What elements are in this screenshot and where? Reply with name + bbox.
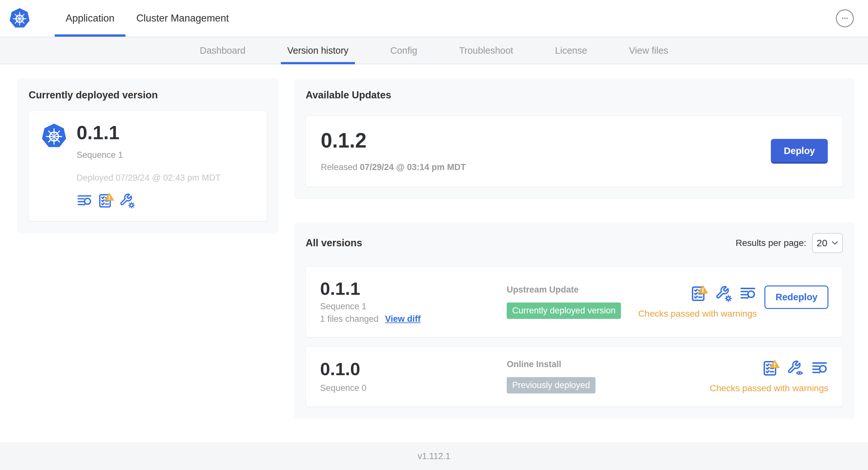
header-tabs: Application Cluster Management: [55, 0, 240, 37]
main-content: Currently deployed version 0.1.1 Sequenc…: [0, 64, 868, 442]
tab-dashboard-label: Dashboard: [200, 45, 245, 56]
results-per-page: Results per page: 20: [736, 233, 843, 253]
deployed-prefix: Deployed: [76, 173, 113, 182]
all-versions-card: All versions Results per page: 20 0.1.1 …: [294, 222, 855, 419]
deployed-time: 07/29/24 @ 02:43 pm MDT: [116, 173, 221, 182]
update-released-line: Released 07/29/24 @ 03:14 pm MDT: [321, 162, 466, 172]
preflight-checks-warning-icon[interactable]: [762, 360, 779, 377]
deployed-version-number: 0.1.1: [76, 123, 221, 142]
kubernetes-logo-icon: [9, 8, 30, 29]
version-info: 0.1.0 Sequence 0: [320, 360, 507, 393]
icons-and-status: Checks passed with warnings: [638, 285, 757, 319]
version-actions: Checks passed with warnings Redeploy: [638, 285, 829, 319]
preflight-checks-warning-icon[interactable]: [98, 193, 114, 209]
version-source-col: Online Install Previously deployed: [507, 360, 710, 394]
update-info: 0.1.2 Released 07/29/24 @ 03:14 pm MDT: [321, 130, 466, 172]
deployed-timestamp: Deployed 07/29/24 @ 02:43 pm MDT: [76, 173, 221, 183]
tab-dashboard[interactable]: Dashboard: [198, 37, 247, 64]
edit-config-icon[interactable]: [119, 193, 135, 209]
deployed-version-info: 0.1.1 Sequence 1 Deployed 07/29/24 @ 02:…: [76, 123, 221, 209]
checks-status-text: Checks passed with warnings: [638, 309, 757, 319]
view-diff-icon[interactable]: [739, 285, 757, 302]
version-source: Online Install: [507, 360, 710, 369]
tab-cluster-management-label: Cluster Management: [136, 12, 229, 24]
results-per-page-label: Results per page:: [736, 238, 806, 248]
all-versions-header: All versions Results per page: 20: [306, 233, 843, 253]
redeploy-button[interactable]: Redeploy: [765, 286, 829, 309]
available-updates-title: Available Updates: [306, 89, 843, 101]
tab-application[interactable]: Application: [55, 0, 125, 37]
tab-license[interactable]: License: [554, 37, 588, 64]
app-kubernetes-icon: [41, 123, 67, 149]
deployed-actions: [76, 193, 221, 209]
tab-version-history[interactable]: Version history: [286, 37, 350, 64]
version-sequence: Sequence 1: [320, 302, 507, 311]
files-changed-line: 1 files changed View diff: [320, 314, 507, 324]
top-nav-bar: Application Cluster Management: [0, 0, 868, 37]
tab-license-label: License: [555, 45, 587, 56]
version-source: Upstream Update: [507, 285, 638, 295]
deployed-sequence: Sequence 1: [76, 150, 221, 160]
status-badge: Currently deployed version: [507, 303, 621, 319]
version-info: 0.1.1 Sequence 1 1 files changed View di…: [320, 280, 507, 324]
version-action-icons: [762, 360, 829, 377]
view-diff-link[interactable]: View diff: [385, 314, 421, 324]
version-source-col: Upstream Update Currently deployed versi…: [507, 285, 638, 319]
results-per-page-select[interactable]: 20: [812, 233, 843, 253]
version-number: 0.1.0: [320, 360, 507, 378]
tab-config-label: Config: [390, 45, 417, 56]
tab-view-files[interactable]: View files: [628, 37, 670, 64]
view-config-icon[interactable]: [786, 360, 804, 377]
tab-cluster-management[interactable]: Cluster Management: [125, 0, 240, 37]
right-column: Available Updates 0.1.2 Released 07/29/2…: [294, 78, 855, 419]
tab-config[interactable]: Config: [389, 37, 418, 64]
tab-view-files-label: View files: [629, 45, 668, 56]
version-sequence: Sequence 0: [320, 383, 507, 393]
edit-config-icon[interactable]: [715, 285, 732, 302]
icons-and-status: Checks passed with warnings: [710, 360, 829, 394]
update-version-number: 0.1.2: [321, 130, 466, 151]
status-badge: Previously deployed: [507, 377, 595, 394]
chevron-down-icon: [831, 241, 838, 245]
preflight-checks-warning-icon[interactable]: [690, 285, 708, 302]
tab-troubleshoot-label: Troubleshoot: [459, 45, 513, 56]
version-number: 0.1.1: [320, 280, 507, 298]
footer: v1.112.1: [0, 442, 868, 470]
tab-version-history-label: Version history: [287, 45, 348, 56]
tab-application-label: Application: [66, 12, 115, 24]
deploy-button[interactable]: Deploy: [771, 139, 828, 164]
ellipsis-icon: [840, 13, 850, 23]
overflow-menu-button[interactable]: [836, 9, 854, 27]
version-action-icons: [690, 285, 757, 302]
version-actions: Checks passed with warnings: [710, 360, 829, 394]
available-updates-card: Available Updates 0.1.2 Released 07/29/2…: [294, 78, 855, 199]
version-row-0-1-1: 0.1.1 Sequence 1 1 files changed View di…: [306, 267, 843, 337]
currently-deployed-title: Currently deployed version: [29, 89, 267, 101]
update-row: 0.1.2 Released 07/29/24 @ 03:14 pm MDT D…: [306, 116, 843, 187]
results-per-page-value: 20: [816, 238, 827, 248]
console-version: v1.112.1: [417, 451, 451, 461]
version-row-0-1-0: 0.1.0 Sequence 0 Online Install Previous…: [306, 346, 843, 407]
view-diff-icon[interactable]: [811, 360, 829, 377]
app-subnav: Dashboard Version history Config Trouble…: [0, 37, 868, 64]
released-time: 07/29/24 @ 03:14 pm MDT: [360, 162, 466, 172]
files-changed: 1 files changed: [320, 314, 379, 324]
released-prefix: Released: [321, 162, 358, 172]
deployed-version-card: 0.1.1 Sequence 1 Deployed 07/29/24 @ 02:…: [29, 110, 267, 221]
all-versions-title: All versions: [306, 237, 362, 249]
currently-deployed-card: Currently deployed version 0.1.1 Sequenc…: [17, 78, 279, 233]
view-diff-icon[interactable]: [76, 193, 93, 209]
tab-troubleshoot[interactable]: Troubleshoot: [458, 37, 515, 64]
checks-status-text: Checks passed with warnings: [710, 383, 829, 394]
